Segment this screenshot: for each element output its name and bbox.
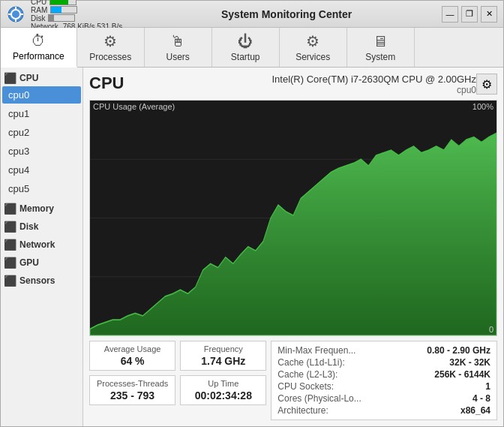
info-row-cache-l2: Cache (L2-L3): 256K - 6144K [278,368,490,380]
cpu-chart-svg [90,101,496,335]
info-row-arch: Architecture: x86_64 [278,404,490,416]
gpu-section-label: GPU [20,257,39,268]
tab-startup[interactable]: ⏻ Startup [212,28,280,67]
info-row-cache-l1: Cache (L1d-L1i): 32K - 32K [278,356,490,368]
arch-key: Architecture: [278,405,328,416]
sensors-section-label: Sensors [20,275,55,286]
cpu-info-panel: Min-Max Frequen... 0.80 - 2.90 GHz Cache… [271,341,497,420]
info-row-minmax: Min-Max Frequen... 0.80 - 2.90 GHz [278,344,490,356]
services-tab-label: Services [296,52,330,62]
gpu-section-icon: ⬛ [4,257,16,269]
info-row-sockets: CPU Sockets: 1 [278,380,490,392]
sockets-val: 1 [485,381,490,392]
chart-y-label: CPU Usage (Average) [93,102,175,111]
cpu-bar-label: CPU [31,0,46,6]
average-usage-value: 64 % [121,355,145,367]
startup-tab-label: Startup [231,52,260,62]
chart-y-min: 0 [489,325,494,334]
sysinfo-bars: CPU RAM Disk Network 768 KiB/s 531 B/s [31,0,122,31]
users-tab-label: Users [166,52,190,62]
chart-y-max: 100% [472,102,494,111]
close-button[interactable]: ✕ [481,6,497,23]
sidebar-section-network: ⬛ Network [1,234,82,252]
min-max-freq-val: 0.80 - 2.90 GHz [427,345,490,356]
processes-threads-box: Processes-Threads 235 - 793 [89,375,176,405]
cache-l1-key: Cache (L1d-L1i): [278,357,344,368]
processes-tab-label: Processes [89,52,131,62]
maximize-button[interactable]: ❐ [461,6,478,23]
cache-l2-val: 256K - 6144K [434,369,490,380]
network-section-icon: ⬛ [4,239,16,251]
minimize-button[interactable]: — [442,6,458,23]
sidebar-section-disk: ⬛ Disk [1,216,82,234]
cpu-section-icon: ⬛ [4,72,16,84]
system-tab-label: System [365,52,395,62]
tab-performance[interactable]: ⏱ Performance [1,28,77,68]
sidebar-section-gpu: ⬛ GPU [1,252,82,270]
cpu-usage-bar [50,0,76,5]
sidebar-item-cpu2[interactable]: cpu2 [2,124,81,141]
window-title: System Monitoring Center [131,8,442,20]
stats-left: Average Usage 64 % Frequency 1.74 GHz Pr… [89,341,266,420]
tab-processes[interactable]: ⚙ Processes [77,28,145,67]
disk-usage-bar [48,14,75,22]
sidebar-section-memory: ⬛ Memory [1,198,82,216]
tab-system[interactable]: 🖥 System [347,28,415,67]
info-row-cores: Cores (Physical-Lo... 4 - 8 [278,392,490,404]
processes-threads-value: 235 - 793 [110,389,154,401]
disk-section-icon: ⬛ [4,221,16,233]
ram-bar-label: RAM [31,6,47,14]
users-tab-icon: 🖱 [170,33,185,50]
sockets-key: CPU Sockets: [278,381,334,392]
main-window: CPU RAM Disk Network 768 KiB/s 531 B/s S… [0,0,504,427]
system-tab-icon: 🖥 [373,33,388,50]
average-usage-box: Average Usage 64 % [89,341,176,371]
startup-tab-icon: ⏻ [238,33,253,50]
ram-usage-bar [50,6,77,14]
sidebar-section-cpu: ⬛ CPU [1,68,82,86]
cpu-content: CPU Intel(R) Core(TM) i7-2630QM CPU @ 2.… [83,68,503,426]
performance-tab-icon: ⏱ [31,32,46,50]
window-controls: — ❐ ✕ [442,6,497,23]
processes-threads-label: Processes-Threads [97,379,168,388]
sidebar-item-cpu3[interactable]: cpu3 [2,143,81,160]
disk-section-label: Disk [20,221,38,232]
settings-button[interactable]: ⚙ [476,74,497,95]
performance-tab-label: Performance [13,51,64,62]
app-icon [7,5,25,23]
tabbar: ⏱ Performance ⚙ Processes 🖱 Users ⏻ Star… [1,28,503,68]
cores-key: Cores (Physical-Lo... [278,393,361,404]
arch-val: x86_64 [460,405,490,416]
cpu-header: CPU Intel(R) Core(TM) i7-2630QM CPU @ 2.… [89,74,497,95]
cache-l2-key: Cache (L2-L3): [278,369,338,380]
processes-tab-icon: ⚙ [104,32,117,50]
sensors-section-icon: ⬛ [4,275,16,287]
tab-services[interactable]: ⚙ Services [280,28,347,67]
cache-l1-val: 32K - 32K [449,357,490,368]
frequency-box: Frequency 1.74 GHz [180,341,266,371]
min-max-freq-key: Min-Max Frequen... [278,345,356,356]
cpu-section-label: CPU [20,73,38,83]
sidebar-section-sensors: ⬛ Sensors [1,270,82,288]
main-content: ⬛ CPU cpu0 cpu1 cpu2 cpu3 cpu4 cpu5 ⬛ Me… [1,68,503,426]
network-section-label: Network [20,239,55,250]
uptime-value: 00:02:34:28 [195,389,252,401]
average-usage-label: Average Usage [104,344,161,353]
tab-users[interactable]: 🖱 Users [145,28,212,67]
sidebar-item-cpu5[interactable]: cpu5 [2,180,81,197]
frequency-value: 1.74 GHz [201,355,245,367]
uptime-label: Up Time [208,379,238,388]
memory-section-label: Memory [20,203,54,214]
cpu-chart: CPU Usage (Average) 100% 0 [89,100,497,336]
sidebar-item-cpu0[interactable]: cpu0 [2,86,81,104]
svg-marker-9 [90,133,496,335]
cpu-model: Intel(R) Core(TM) i7-2630QM CPU @ 2.00GH… [133,74,476,85]
memory-section-icon: ⬛ [4,203,16,215]
sidebar-item-cpu1[interactable]: cpu1 [2,105,81,122]
cpu-id: cpu0 [133,85,476,95]
sidebar-item-cpu4[interactable]: cpu4 [2,161,81,179]
stats-row: Average Usage 64 % Frequency 1.74 GHz Pr… [89,341,497,420]
cores-val: 4 - 8 [472,393,490,404]
frequency-label: Frequency [204,344,243,353]
uptime-box: Up Time 00:02:34:28 [180,375,266,405]
